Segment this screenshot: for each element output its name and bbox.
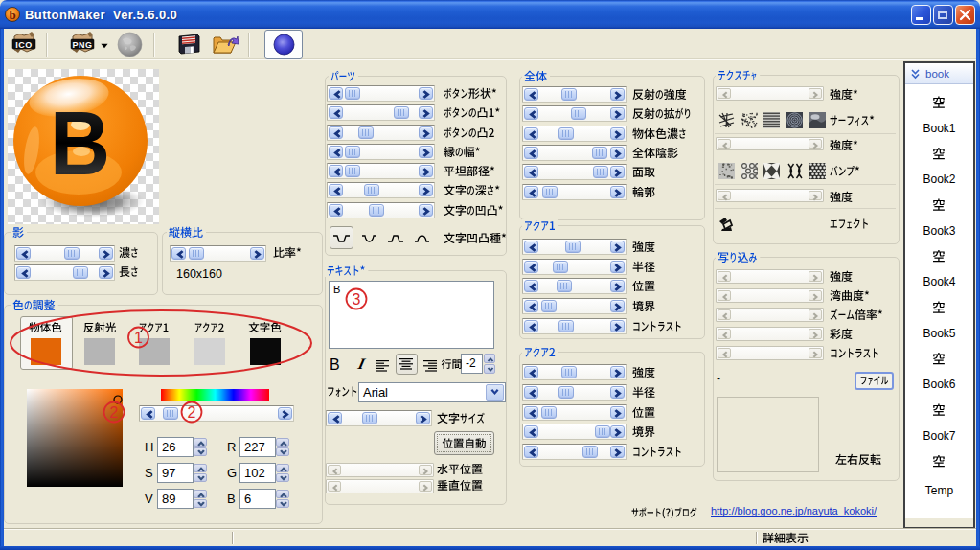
svg-text:b: b — [10, 8, 16, 22]
svg-text:I: I — [355, 355, 367, 372]
svg-text:PNG: PNG — [72, 40, 92, 50]
svg-text:ICO: ICO — [15, 40, 33, 50]
svg-text:B: B — [50, 93, 110, 194]
